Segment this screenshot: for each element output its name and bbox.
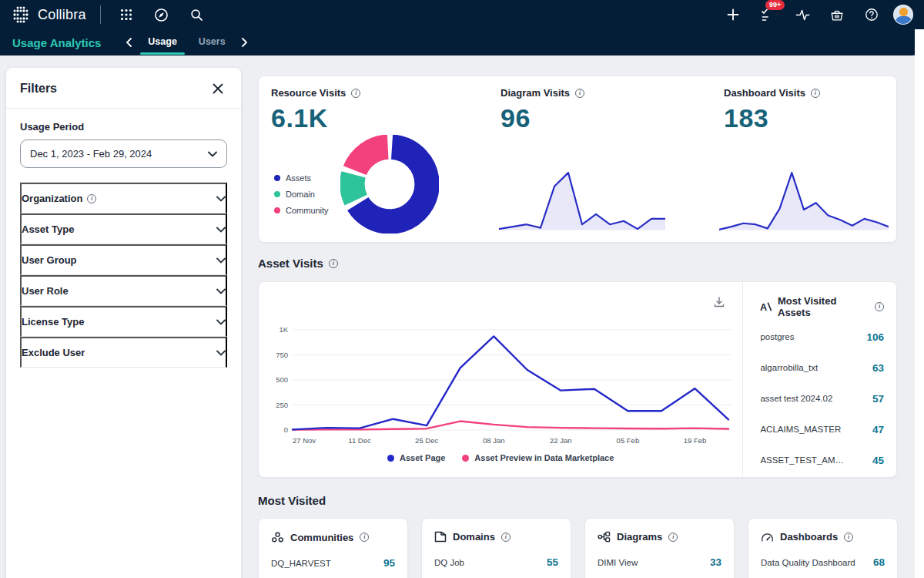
info-icon[interactable]: i	[360, 533, 369, 542]
filters-title: Filters	[20, 82, 57, 96]
most-visited-assets-title: Most Visited Assets	[778, 295, 869, 318]
svg-text:19 Feb: 19 Feb	[684, 436, 707, 445]
dashboard-name[interactable]: Data Quality Dashboard	[761, 558, 855, 567]
chevron-down-icon	[208, 151, 217, 157]
diagrams-card: Diagrams i DIMI View 33	[584, 518, 735, 578]
most-visited-heading: Most Visited	[258, 494, 326, 507]
most-visited-assets-panel: A Most Visited Assets i postgres 106 alg…	[742, 282, 896, 477]
chevron-down-icon	[216, 196, 226, 202]
info-icon[interactable]: i	[329, 259, 338, 268]
legend-item-asset-preview[interactable]: Asset Preview in Data Marketplace	[462, 453, 614, 462]
legend-item-domain[interactable]: Domain	[274, 190, 329, 199]
scrollbar-track[interactable]	[915, 29, 924, 578]
chevron-down-icon	[216, 288, 226, 294]
asset-value: 63	[872, 362, 884, 374]
filter-label: User Role	[22, 285, 69, 297]
filters-panel: Filters Usage Period Dec 1, 2023 - Feb 2…	[6, 68, 241, 578]
asset-value: 57	[872, 393, 884, 405]
add-plus-icon[interactable]	[720, 3, 746, 26]
info-icon[interactable]: i	[668, 533, 678, 542]
filter-label: User Group	[22, 254, 77, 266]
dashboards-title: Dashboards	[780, 531, 838, 543]
dashboards-card: Dashboards i Data Quality Dashboard 68	[748, 518, 898, 578]
basket-icon[interactable]	[824, 3, 850, 26]
asset-row: ASSET_TEST_AM_heart_... 45	[760, 445, 884, 476]
chevron-down-icon	[216, 257, 226, 264]
info-icon[interactable]: i	[811, 89, 820, 98]
legend-item-community[interactable]: Community	[274, 206, 329, 215]
asset-visits-heading: Asset Visits i	[258, 257, 338, 270]
activity-pulse-icon[interactable]	[789, 3, 815, 26]
download-icon[interactable]	[713, 296, 725, 308]
filter-section-user-group[interactable]: User Group	[20, 244, 227, 275]
asset-name[interactable]: ASSET_TEST_AM_heart_...	[760, 455, 849, 465]
svg-text:08 Jan: 08 Jan	[483, 436, 505, 445]
info-icon[interactable]: i	[875, 302, 884, 311]
domain-value: 55	[547, 556, 558, 568]
asset-name[interactable]: asset test 2024.02	[760, 394, 832, 403]
info-icon[interactable]: i	[351, 89, 360, 98]
asset-name[interactable]: algarrobilla_txt	[760, 363, 818, 372]
legend-label: Domain	[286, 190, 315, 199]
info-icon[interactable]: i	[575, 89, 584, 98]
dashboard-visits-title: Dashboard Visits	[724, 87, 805, 99]
info-icon[interactable]: i	[844, 533, 853, 542]
legend-label: Community	[286, 206, 329, 215]
filter-label: Organization	[22, 193, 82, 204]
brand-name: Collibra	[38, 7, 86, 23]
main-content: Resource Visits i 6.1K Assets Domain Com…	[247, 55, 915, 578]
asset-name[interactable]: postgres	[760, 332, 794, 341]
tab-usage[interactable]: Usage	[137, 30, 188, 55]
svg-text:A: A	[760, 302, 767, 312]
tabs-scroll-right-icon[interactable]	[236, 35, 253, 50]
filter-section-exclude-user[interactable]: Exclude User	[20, 337, 227, 368]
filter-section-license-type[interactable]: License Type	[20, 306, 227, 337]
domains-icon	[434, 531, 447, 543]
asset-value: 106	[866, 331, 884, 343]
info-icon[interactable]: i	[501, 533, 511, 542]
asset-visits-line-chart[interactable]: 02505007501K27 Nov11 Dec25 Dec08 Jan22 J…	[265, 318, 736, 449]
asset-value: 47	[872, 424, 884, 435]
asset-value: 45	[872, 455, 884, 466]
help-icon[interactable]	[859, 3, 885, 26]
asset-name[interactable]: ACLAIMS_MASTER	[760, 425, 841, 434]
collibra-logo[interactable]: Collibra	[11, 5, 86, 25]
legend-label: Asset Preview in Data Marketplace	[474, 453, 614, 462]
diagram-visits-section: Diagram Visits i 96	[488, 76, 711, 242]
tab-users[interactable]: Users	[188, 30, 236, 55]
browse-compass-icon[interactable]	[149, 3, 175, 26]
user-avatar[interactable]	[893, 5, 913, 25]
usage-period-select[interactable]: Dec 1, 2023 - Feb 29, 2024	[20, 139, 227, 168]
asset-visits-chart-zone: 02505007501K27 Nov11 Dec25 Dec08 Jan22 J…	[259, 282, 742, 477]
community-name[interactable]: DQ_HARVEST	[271, 559, 331, 568]
tabs-scroll-left-icon[interactable]	[121, 35, 137, 50]
apps-grid-icon[interactable]	[113, 3, 139, 26]
filter-section-user-role[interactable]: User Role	[20, 275, 227, 306]
legend-item-assets[interactable]: Assets	[274, 173, 329, 183]
domain-name[interactable]: DQ Job	[434, 558, 464, 567]
resource-visits-section: Resource Visits i 6.1K Assets Domain Com…	[259, 76, 488, 242]
legend-label: Asset Page	[400, 453, 445, 462]
diagram-name[interactable]: DIMI View	[598, 558, 638, 567]
communities-card: Communities i DQ_HARVEST 95	[258, 518, 408, 578]
domains-title: Domains	[453, 531, 495, 543]
filter-section-asset-type[interactable]: Asset Type	[20, 213, 227, 244]
donut-legend: Assets Domain Community	[274, 173, 329, 215]
tasks-icon[interactable]: 99+	[755, 3, 781, 26]
resource-visits-donut-chart[interactable]	[340, 135, 439, 234]
diagram-visits-title: Diagram Visits	[500, 87, 570, 99]
search-icon[interactable]	[184, 3, 210, 26]
dashboards-icon	[761, 532, 774, 543]
svg-text:250: 250	[276, 401, 288, 409]
communities-icon	[271, 531, 284, 543]
resource-visits-title: Resource Visits	[271, 87, 346, 99]
legend-item-asset-page[interactable]: Asset Page	[387, 453, 445, 462]
asset-visits-heading-text: Asset Visits	[258, 257, 323, 270]
close-icon[interactable]	[209, 79, 227, 98]
legend-dot	[274, 191, 280, 197]
diagrams-title: Diagrams	[617, 531, 662, 543]
filter-section-organization[interactable]: Organizationi	[20, 183, 227, 213]
community-value: 95	[383, 557, 395, 569]
legend-dot	[274, 207, 280, 213]
visits-summary-card: Resource Visits i 6.1K Assets Domain Com…	[258, 76, 897, 243]
